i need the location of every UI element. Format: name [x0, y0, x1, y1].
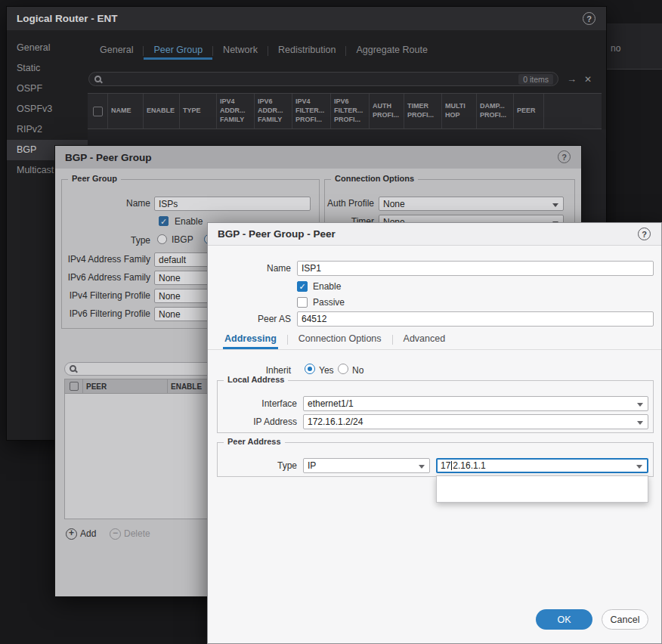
select-value: 172.16.1.2/24 [308, 416, 363, 427]
delete-button[interactable]: Delete [124, 528, 150, 539]
input-text-after-caret: 2.16.1.1 [453, 460, 485, 471]
ok-button[interactable]: OK [536, 609, 592, 630]
search-icon [94, 76, 101, 82]
select-value: IP [308, 460, 316, 471]
dialog-title: Logical Router - ENT [17, 13, 118, 24]
type-ibgp-radio[interactable] [157, 234, 167, 244]
dialog-title: BGP - Peer Group [65, 152, 152, 163]
column-header-ipv4-filter-profile[interactable]: IPV4 FILTER... PROFI... [292, 94, 331, 128]
help-icon[interactable]: ? [583, 12, 595, 25]
cancel-button[interactable]: Cancel [602, 609, 648, 630]
add-icon[interactable]: + [66, 528, 77, 540]
help-glyph: ? [586, 14, 592, 23]
peer-group-table-header: NAME ENABLE TYPE IPV4 ADDR... FAMILY IPV… [88, 93, 602, 129]
passive-label: Passive [313, 297, 345, 308]
column-header-auth-profile[interactable]: AUTH PROFI... [370, 94, 404, 128]
fieldset-legend: Local Address [224, 375, 288, 384]
column-header-name[interactable]: NAME [108, 94, 144, 128]
sidebar-item-static[interactable]: Static [7, 58, 88, 79]
column-header-enable[interactable]: ENABLE [144, 94, 180, 128]
tab-network[interactable]: Network [213, 45, 268, 60]
name-input[interactable]: ISP1 [297, 261, 654, 276]
tab-bar: General Peer Group Network Redistributio… [90, 40, 438, 60]
sidebar-item-ospfv3[interactable]: OSPFv3 [7, 99, 88, 119]
name-label: Name [61, 198, 150, 209]
tab-peer-group[interactable]: Peer Group [144, 45, 212, 60]
column-header-ipv6-addr-family[interactable]: IPV6 ADDR... FAMILY [255, 94, 292, 128]
peer-tab-bar: Addressing Connection Options Advanced [223, 332, 447, 349]
select-all-checkbox-cell[interactable] [88, 94, 108, 128]
tab-general[interactable]: General [90, 45, 143, 60]
chevron-down-icon [637, 403, 643, 407]
inherit-yes-label: Yes [319, 365, 334, 376]
select-all-checkbox[interactable] [70, 382, 79, 391]
ipv6-filtering-profile-label: IPv6 Filtering Profile [61, 308, 150, 319]
chevron-down-icon [552, 203, 558, 207]
check-icon: ✓ [299, 282, 305, 291]
type-label: Type [61, 235, 150, 246]
delete-icon[interactable]: − [110, 528, 121, 540]
sidebar-item-ripv2[interactable]: RIPv2 [7, 119, 88, 140]
peer-group-title-bar: BGP - Peer Group [55, 146, 581, 169]
column-header-peer[interactable]: PEER [514, 94, 544, 128]
clear-filter-icon[interactable]: ✕ [584, 74, 592, 85]
sidebar-item-ospf[interactable]: OSPF [7, 79, 88, 99]
select-all-checkbox[interactable] [93, 107, 103, 116]
add-button[interactable]: Add [80, 528, 96, 539]
name-input[interactable]: ISPs [154, 197, 311, 211]
interface-select[interactable]: ethernet1/1 [303, 396, 648, 411]
fieldset-legend: Peer Group [68, 174, 121, 183]
search-icon [70, 365, 76, 372]
ipv4-filtering-profile-label: IPv4 Filtering Profile [61, 290, 150, 301]
auth-profile-select[interactable]: None [379, 197, 564, 211]
peer-as-label: Peer AS [215, 314, 291, 324]
auth-profile-label: Auth Profile [324, 198, 374, 209]
tab-addressing[interactable]: Addressing [223, 333, 278, 349]
peer-ip-dropdown-list[interactable] [436, 475, 648, 503]
select-value: ethernet1/1 [308, 398, 354, 409]
plus-glyph: + [69, 528, 74, 538]
column-header-filler [544, 94, 602, 128]
chevron-down-icon [419, 465, 425, 469]
enable-checkbox[interactable]: ✓ [297, 281, 308, 292]
column-header-ipv6-filter-profile[interactable]: IPV6 FILTER... PROFI... [331, 94, 370, 128]
tab-connection-options[interactable]: Connection Options [297, 333, 383, 349]
tab-separator [392, 335, 393, 345]
column-header-type[interactable]: TYPE [180, 94, 217, 128]
column-header-peer[interactable]: PEER [83, 379, 168, 393]
enable-checkbox[interactable]: ✓ [159, 216, 169, 226]
sidebar-item-general[interactable]: General [7, 38, 88, 58]
ipv6-address-family-label: IPv6 Address Family [61, 272, 150, 283]
apply-filter-icon[interactable]: → [567, 73, 577, 85]
peer-address-type-select[interactable]: IP [303, 458, 430, 473]
interface-label: Interface [223, 398, 297, 409]
dialog-title: BGP - Peer Group - Peer [218, 228, 336, 240]
filter-bar[interactable]: 0 items [88, 72, 558, 86]
column-header-multi-hop[interactable]: MULTI HOP [442, 94, 477, 128]
peer-address-type-label: Type [223, 460, 297, 471]
inherit-no-radio[interactable] [338, 364, 348, 374]
help-glyph: ? [642, 230, 647, 239]
tab-aggregate-route[interactable]: Aggregate Route [346, 45, 438, 60]
select-all-checkbox-cell[interactable] [65, 379, 83, 393]
tab-divider [208, 349, 661, 350]
enable-label: Enable [313, 281, 341, 292]
help-icon[interactable]: ? [558, 150, 571, 163]
help-icon[interactable]: ? [638, 228, 651, 240]
type-ibgp-label: IBGP [172, 234, 193, 245]
column-header-ipv4-addr-family[interactable]: IPV4 ADDR... FAMILY [217, 94, 255, 128]
ip-address-label: IP Address [223, 416, 297, 427]
text-cursor [451, 461, 452, 470]
column-header-damp-profile[interactable]: DAMP... PROFI... [477, 94, 514, 128]
tab-redistribution[interactable]: Redistribution [268, 45, 345, 60]
tab-advanced[interactable]: Advanced [402, 333, 447, 349]
ipv4-address-family-label: IPv4 Address Family [61, 254, 150, 265]
passive-checkbox[interactable] [297, 297, 308, 308]
inherit-yes-radio[interactable] [305, 364, 315, 374]
column-header-timer-profile[interactable]: TIMER PROFI... [404, 94, 442, 128]
minus-glyph: − [113, 528, 118, 538]
logical-router-title-bar: Logical Router - ENT [7, 7, 606, 30]
peer-as-input[interactable]: 64512 [297, 311, 654, 327]
peer-ip-combo-input[interactable]: 17 2.16.1.1 [436, 458, 648, 473]
ip-address-select[interactable]: 172.16.1.2/24 [303, 414, 648, 429]
